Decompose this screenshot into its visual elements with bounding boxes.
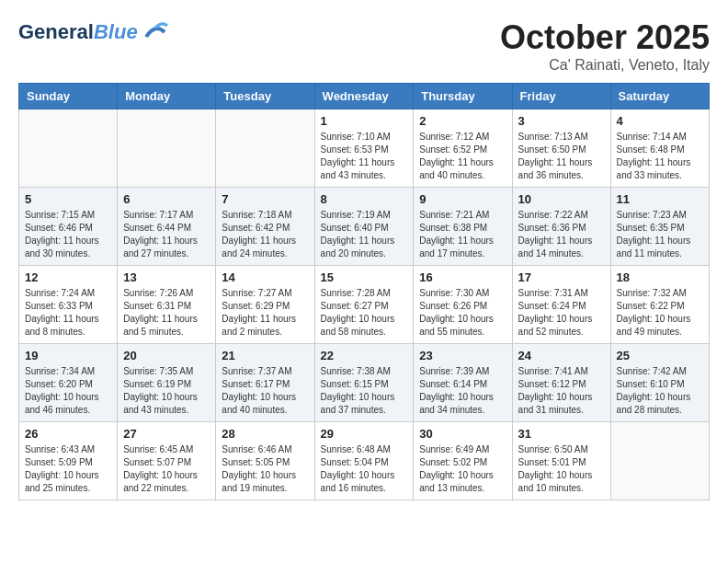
day-info: Sunrise: 6:43 AMSunset: 5:09 PMDaylight:… <box>25 443 111 495</box>
table-row: 25Sunrise: 7:42 AMSunset: 6:10 PMDayligh… <box>610 344 709 422</box>
table-row: 30Sunrise: 6:49 AMSunset: 5:02 PMDayligh… <box>414 422 512 500</box>
day-info: Sunrise: 6:49 AMSunset: 5:02 PMDaylight:… <box>419 443 506 495</box>
table-row: 3Sunrise: 7:13 AMSunset: 6:50 PMDaylight… <box>512 109 610 188</box>
table-row: 26Sunrise: 6:43 AMSunset: 5:09 PMDayligh… <box>19 422 118 500</box>
day-info: Sunrise: 7:22 AMSunset: 6:36 PMDaylight:… <box>518 209 605 260</box>
header-wednesday: Wednesday <box>314 84 414 109</box>
calendar-week-row: 26Sunrise: 6:43 AMSunset: 5:09 PMDayligh… <box>19 422 710 500</box>
header-saturday: Saturday <box>610 84 709 109</box>
day-info: Sunrise: 7:14 AMSunset: 6:48 PMDaylight:… <box>617 131 703 182</box>
table-row: 27Sunrise: 6:45 AMSunset: 5:07 PMDayligh… <box>118 422 216 500</box>
day-number: 22 <box>321 349 408 362</box>
day-info: Sunrise: 7:35 AMSunset: 6:19 PMDaylight:… <box>123 365 210 417</box>
day-number: 7 <box>222 192 308 206</box>
day-info: Sunrise: 7:12 AMSunset: 6:52 PMDaylight:… <box>419 131 506 182</box>
table-row: 21Sunrise: 7:37 AMSunset: 6:17 PMDayligh… <box>216 344 314 422</box>
header-sunday: Sunday <box>19 84 118 109</box>
day-info: Sunrise: 7:32 AMSunset: 6:22 PMDaylight:… <box>617 287 703 339</box>
day-number: 26 <box>25 427 111 441</box>
table-row: 11Sunrise: 7:23 AMSunset: 6:35 PMDayligh… <box>610 188 709 266</box>
day-info: Sunrise: 7:23 AMSunset: 6:35 PMDaylight:… <box>617 209 703 260</box>
day-number: 3 <box>518 114 605 128</box>
day-info: Sunrise: 6:45 AMSunset: 5:07 PMDaylight:… <box>123 443 210 495</box>
day-info: Sunrise: 7:15 AMSunset: 6:46 PMDaylight:… <box>25 209 111 260</box>
day-number: 23 <box>419 349 506 362</box>
calendar-week-row: 12Sunrise: 7:24 AMSunset: 6:33 PMDayligh… <box>19 266 710 344</box>
table-row: 14Sunrise: 7:27 AMSunset: 6:29 PMDayligh… <box>216 266 314 344</box>
day-number: 13 <box>123 270 210 284</box>
table-row <box>216 109 314 188</box>
day-info: Sunrise: 7:28 AMSunset: 6:27 PMDaylight:… <box>321 287 408 339</box>
day-info: Sunrise: 7:17 AMSunset: 6:44 PMDaylight:… <box>123 209 210 260</box>
day-number: 19 <box>25 349 111 362</box>
day-number: 28 <box>222 427 308 441</box>
title-area: October 2025 Ca' Rainati, Veneto, Italy <box>500 18 710 74</box>
day-number: 29 <box>321 427 408 441</box>
day-info: Sunrise: 7:19 AMSunset: 6:40 PMDaylight:… <box>321 209 408 260</box>
day-number: 25 <box>617 349 703 362</box>
day-info: Sunrise: 7:37 AMSunset: 6:17 PMDaylight:… <box>222 365 308 417</box>
month-title: October 2025 <box>500 18 710 57</box>
table-row: 18Sunrise: 7:32 AMSunset: 6:22 PMDayligh… <box>610 266 709 344</box>
calendar-table: Sunday Monday Tuesday Wednesday Thursday… <box>18 83 710 500</box>
day-info: Sunrise: 7:10 AMSunset: 6:53 PMDaylight:… <box>321 131 408 182</box>
table-row: 31Sunrise: 6:50 AMSunset: 5:01 PMDayligh… <box>512 422 610 500</box>
header-friday: Friday <box>512 84 610 109</box>
calendar-week-row: 19Sunrise: 7:34 AMSunset: 6:20 PMDayligh… <box>19 344 710 422</box>
table-row <box>610 422 709 500</box>
header-thursday: Thursday <box>414 84 512 109</box>
day-number: 10 <box>518 192 605 206</box>
table-row: 6Sunrise: 7:17 AMSunset: 6:44 PMDaylight… <box>118 188 216 266</box>
day-number: 2 <box>419 114 506 128</box>
day-number: 1 <box>321 114 408 128</box>
day-number: 21 <box>222 349 308 362</box>
day-info: Sunrise: 6:48 AMSunset: 5:04 PMDaylight:… <box>321 443 408 495</box>
calendar-week-row: 5Sunrise: 7:15 AMSunset: 6:46 PMDaylight… <box>19 188 710 266</box>
table-row: 29Sunrise: 6:48 AMSunset: 5:04 PMDayligh… <box>314 422 414 500</box>
table-row: 19Sunrise: 7:34 AMSunset: 6:20 PMDayligh… <box>19 344 118 422</box>
day-info: Sunrise: 7:27 AMSunset: 6:29 PMDaylight:… <box>222 287 308 339</box>
calendar-week-row: 1Sunrise: 7:10 AMSunset: 6:53 PMDaylight… <box>19 109 710 188</box>
day-number: 14 <box>222 270 308 284</box>
table-row: 22Sunrise: 7:38 AMSunset: 6:15 PMDayligh… <box>314 344 414 422</box>
table-row <box>19 109 118 188</box>
day-number: 18 <box>617 270 703 284</box>
day-info: Sunrise: 7:39 AMSunset: 6:14 PMDaylight:… <box>419 365 506 417</box>
page-header: GeneralBlue October 2025 Ca' Rainati, Ve… <box>18 18 710 74</box>
day-number: 30 <box>419 427 506 441</box>
table-row: 20Sunrise: 7:35 AMSunset: 6:19 PMDayligh… <box>118 344 216 422</box>
day-info: Sunrise: 6:46 AMSunset: 5:05 PMDaylight:… <box>222 443 308 495</box>
day-info: Sunrise: 6:50 AMSunset: 5:01 PMDaylight:… <box>518 443 605 495</box>
table-row: 2Sunrise: 7:12 AMSunset: 6:52 PMDaylight… <box>414 109 512 188</box>
calendar-header-row: Sunday Monday Tuesday Wednesday Thursday… <box>19 84 710 109</box>
table-row: 28Sunrise: 6:46 AMSunset: 5:05 PMDayligh… <box>216 422 314 500</box>
table-row: 16Sunrise: 7:30 AMSunset: 6:26 PMDayligh… <box>414 266 512 344</box>
day-info: Sunrise: 7:30 AMSunset: 6:26 PMDaylight:… <box>419 287 506 339</box>
table-row: 4Sunrise: 7:14 AMSunset: 6:48 PMDaylight… <box>610 109 709 188</box>
day-info: Sunrise: 7:13 AMSunset: 6:50 PMDaylight:… <box>518 131 605 182</box>
day-info: Sunrise: 7:34 AMSunset: 6:20 PMDaylight:… <box>25 365 111 417</box>
day-info: Sunrise: 7:24 AMSunset: 6:33 PMDaylight:… <box>25 287 111 339</box>
day-number: 24 <box>518 349 605 362</box>
table-row: 9Sunrise: 7:21 AMSunset: 6:38 PMDaylight… <box>414 188 512 266</box>
day-info: Sunrise: 7:41 AMSunset: 6:12 PMDaylight:… <box>518 365 605 417</box>
table-row: 15Sunrise: 7:28 AMSunset: 6:27 PMDayligh… <box>314 266 414 344</box>
day-number: 20 <box>123 349 210 362</box>
day-number: 15 <box>321 270 408 284</box>
day-info: Sunrise: 7:38 AMSunset: 6:15 PMDaylight:… <box>321 365 408 417</box>
logo-text: GeneralBlue <box>18 21 138 43</box>
table-row: 23Sunrise: 7:39 AMSunset: 6:14 PMDayligh… <box>414 344 512 422</box>
table-row: 24Sunrise: 7:41 AMSunset: 6:12 PMDayligh… <box>512 344 610 422</box>
header-tuesday: Tuesday <box>216 84 314 109</box>
day-number: 27 <box>123 427 210 441</box>
table-row: 7Sunrise: 7:18 AMSunset: 6:42 PMDaylight… <box>216 188 314 266</box>
table-row: 1Sunrise: 7:10 AMSunset: 6:53 PMDaylight… <box>314 109 414 188</box>
table-row <box>118 109 216 188</box>
day-number: 9 <box>419 192 506 206</box>
table-row: 10Sunrise: 7:22 AMSunset: 6:36 PMDayligh… <box>512 188 610 266</box>
day-info: Sunrise: 7:18 AMSunset: 6:42 PMDaylight:… <box>222 209 308 260</box>
table-row: 13Sunrise: 7:26 AMSunset: 6:31 PMDayligh… <box>118 266 216 344</box>
logo: GeneralBlue <box>18 18 169 46</box>
table-row: 8Sunrise: 7:19 AMSunset: 6:40 PMDaylight… <box>314 188 414 266</box>
day-info: Sunrise: 7:31 AMSunset: 6:24 PMDaylight:… <box>518 287 605 339</box>
